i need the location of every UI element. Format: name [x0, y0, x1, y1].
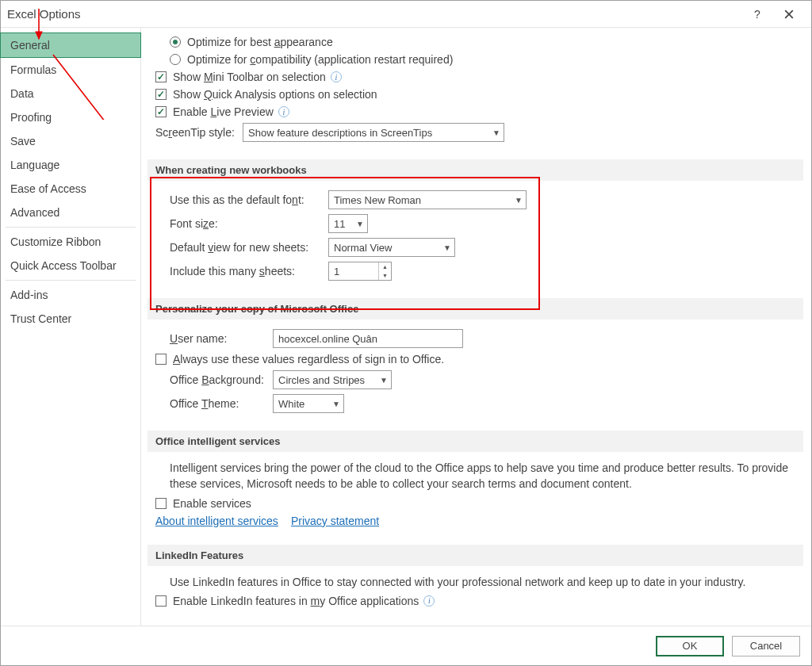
cb-always-use-values[interactable]: Always use these values regardless of si…	[155, 353, 792, 366]
row-office-background: Office Background: Circles and Stripes ▼	[170, 370, 792, 389]
dd-office-background[interactable]: Circles and Stripes ▼	[273, 370, 392, 389]
ok-button[interactable]: OK	[656, 636, 724, 656]
cancel-button[interactable]: Cancel	[732, 636, 800, 656]
chevron-up-icon: ▲	[379, 262, 391, 271]
checkbox-icon	[155, 106, 167, 117]
radio-best-appearance[interactable]: Optimize for best appearance	[170, 36, 792, 48]
row-screentip-style: ScreenTip style: Show feature descriptio…	[155, 123, 792, 142]
chevron-down-icon: ▼	[350, 220, 364, 228]
dd-office-theme[interactable]: White ▼	[273, 394, 344, 413]
row-default-font: Use this as the default font: Times New …	[170, 190, 792, 209]
dialog-body: General Formulas Data Proofing Save Lang…	[1, 28, 811, 626]
group-header-intelligent-services: Office intelligent services	[147, 431, 803, 452]
cb-quick-analysis[interactable]: Show Quick Analysis options on selection	[155, 88, 792, 101]
sidebar-item-ease-of-access[interactable]: Ease of Access	[1, 177, 140, 201]
window-title: Excel Options	[7, 7, 741, 21]
intelligent-desc: Intelligent services bring the power of …	[170, 457, 792, 492]
sidebar-item-quick-access-toolbar[interactable]: Quick Access Toolbar	[1, 254, 140, 278]
checkbox-icon	[155, 595, 167, 607]
info-icon[interactable]: i	[278, 106, 289, 117]
sidebar-item-data[interactable]: Data	[1, 82, 140, 105]
sidebar-item-proofing[interactable]: Proofing	[1, 105, 140, 129]
cb-enable-linkedin[interactable]: Enable LinkedIn features in my Office ap…	[155, 595, 792, 607]
cb-enable-services[interactable]: Enable services	[155, 497, 792, 510]
sidebar-item-general[interactable]: General	[0, 33, 141, 58]
help-button[interactable]: ?	[741, 3, 773, 25]
titlebar: Excel Options ?	[1, 1, 811, 28]
checkbox-icon	[155, 89, 167, 100]
group-personalize: User name: hocexcel.online Quân Always u…	[147, 320, 803, 427]
group-intelligent-services: Intelligent services bring the power of …	[147, 452, 803, 542]
sidebar-item-save[interactable]: Save	[1, 129, 140, 153]
sidebar-item-language[interactable]: Language	[1, 153, 140, 177]
sidebar-separator	[6, 227, 136, 228]
input-user-name[interactable]: hocexcel.online Quân	[273, 329, 463, 348]
chevron-down-icon: ▼	[437, 243, 451, 252]
scroll-area[interactable]: Optimize for best appearance Optimize fo…	[147, 31, 808, 622]
content-pane: Optimize for best appearance Optimize fo…	[141, 28, 811, 626]
chevron-down-icon: ▼	[373, 376, 388, 385]
cb-mini-toolbar[interactable]: Show Mini Toolbar on selection i	[155, 71, 792, 83]
cb-live-preview[interactable]: Enable Live Preview i	[155, 105, 792, 118]
link-privacy-statement[interactable]: Privacy statement	[291, 515, 379, 527]
row-sheet-count: Include this many sheets: 1 ▲▼	[170, 262, 792, 281]
sidebar-item-trust-center[interactable]: Trust Center	[1, 307, 140, 331]
dd-default-font[interactable]: Times New Roman ▼	[328, 190, 527, 209]
group-header-linkedin: LinkedIn Features	[147, 545, 803, 566]
chevron-down-icon: ▼	[486, 128, 500, 137]
checkbox-icon	[155, 354, 167, 365]
radio-icon	[170, 54, 181, 65]
excel-options-dialog: Excel Options ? General Formulas Data Pr…	[0, 0, 812, 666]
info-icon[interactable]: i	[423, 595, 435, 607]
row-office-theme: Office Theme: White ▼	[170, 394, 792, 413]
category-sidebar: General Formulas Data Proofing Save Lang…	[1, 28, 141, 626]
dd-screentip-style[interactable]: Show feature descriptions in ScreenTips …	[243, 123, 504, 142]
sidebar-item-advanced[interactable]: Advanced	[1, 201, 140, 224]
chevron-down-icon: ▼	[326, 400, 340, 408]
chevron-down-icon: ▼	[508, 196, 523, 205]
row-user-name: User name: hocexcel.online Quân	[170, 329, 792, 348]
ui-options-group: Optimize for best appearance Optimize fo…	[147, 36, 803, 156]
row-font-size: Font size: 11 ▼	[170, 214, 792, 233]
sidebar-item-add-ins[interactable]: Add-ins	[1, 283, 140, 307]
group-linkedin: Use LinkedIn features in Office to stay …	[147, 566, 803, 622]
info-icon[interactable]: i	[331, 71, 342, 82]
close-icon	[784, 10, 794, 19]
chevron-down-icon: ▼	[379, 271, 391, 280]
radio-compatibility[interactable]: Optimize for compatibility (application …	[170, 53, 792, 66]
sidebar-item-customize-ribbon[interactable]: Customize Ribbon	[1, 230, 140, 254]
group-header-new-workbooks: When creating new workbooks	[147, 159, 803, 181]
sidebar-separator	[6, 280, 136, 281]
close-button[interactable]	[773, 3, 805, 25]
dialog-footer: OK Cancel	[1, 626, 811, 665]
linkedin-desc: Use LinkedIn features in Office to stay …	[170, 571, 792, 590]
radio-icon	[170, 36, 181, 48]
checkbox-icon	[155, 498, 167, 509]
row-default-view: Default view for new sheets: Normal View…	[170, 238, 792, 257]
dd-default-view[interactable]: Normal View ▼	[328, 238, 455, 257]
group-new-workbooks: Use this as the default font: Times New …	[147, 181, 803, 295]
dd-font-size[interactable]: 11 ▼	[328, 214, 368, 233]
group-header-personalize: Personalize your copy of Microsoft Offic…	[147, 298, 803, 320]
spinner-arrows[interactable]: ▲▼	[378, 262, 391, 280]
spinner-sheet-count[interactable]: 1 ▲▼	[328, 262, 392, 281]
sidebar-item-formulas[interactable]: Formulas	[1, 58, 140, 82]
checkbox-icon	[155, 71, 167, 82]
link-about-intelligent-services[interactable]: About intelligent services	[155, 515, 278, 527]
